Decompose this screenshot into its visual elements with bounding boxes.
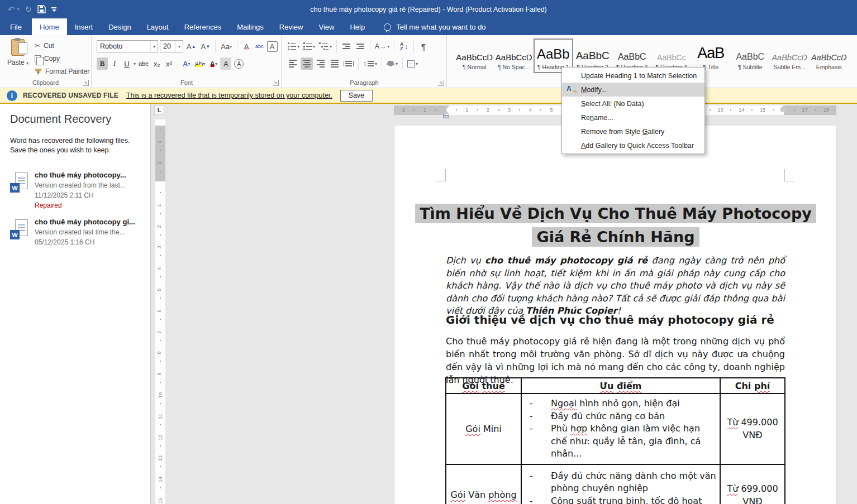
clipboard-dialog-launcher[interactable]: ↘: [83, 80, 89, 86]
align-left-button[interactable]: [287, 57, 299, 70]
customize-quick-access-toolbar-icon[interactable]: [51, 7, 56, 12]
ruler-number: 2: [156, 141, 162, 143]
increase-indent-button[interactable]: [354, 40, 366, 52]
document-page[interactable]: Tìm Hiểu Về Dịch Vụ Cho Thuê Máy Photoco…: [394, 126, 836, 504]
asian-layout-button[interactable]: A↔▾: [374, 40, 391, 52]
bullet-list-button[interactable]: ▾: [287, 40, 301, 52]
underline-button[interactable]: U: [121, 57, 132, 70]
benefits-cell[interactable]: -Đầy đủ chức năng dành cho một văn phòng…: [521, 464, 720, 504]
font-dialog-launcher[interactable]: ↘: [273, 80, 279, 86]
tab-mailings[interactable]: Mailings: [229, 18, 272, 35]
strikethrough-button[interactable]: abc: [137, 57, 150, 70]
style-normal[interactable]: AaBbCcD¶ Normal: [455, 39, 494, 73]
character-border-button[interactable]: A: [267, 41, 278, 52]
underline-chevron-icon[interactable]: ▾: [134, 61, 136, 66]
tab-home[interactable]: Home: [32, 18, 67, 35]
tab-file[interactable]: File: [0, 18, 32, 35]
menu-item-update[interactable]: Update Heading 1 to Match Selection: [562, 69, 704, 83]
distribute-button[interactable]: [342, 57, 355, 70]
recovery-file-item[interactable]: Wcho thuê máy photocopy gi...Version cre…: [10, 217, 144, 247]
ruler-number: 8: [156, 352, 162, 354]
multilevel-list-button[interactable]: ▾: [318, 40, 333, 52]
tab-view[interactable]: View: [311, 18, 342, 35]
tab-stop-selector[interactable]: L: [154, 105, 164, 115]
tell-me-box[interactable]: Tell me what you want to do: [384, 18, 485, 35]
align-right-button[interactable]: [315, 57, 327, 70]
menu-item-add[interactable]: Add Gallery to Quick Access Toolbar: [562, 138, 704, 152]
phonetic-guide-button[interactable]: abc: [254, 40, 265, 52]
undo-chevron-icon[interactable]: ▾: [17, 7, 20, 12]
redo-icon[interactable]: ↻: [25, 5, 32, 13]
format-painter-button[interactable]: Format Painter: [35, 68, 89, 75]
font-size-chevron-icon[interactable]: ▾: [175, 41, 183, 52]
hanging-indent-marker[interactable]: [442, 111, 449, 114]
tab-references[interactable]: References: [177, 18, 229, 35]
section-heading[interactable]: Giới thiệu về dịch vụ cho thuê máy photo…: [446, 313, 774, 327]
font-name-chevron-icon[interactable]: ▾: [150, 41, 158, 52]
paragraph-dialog-launcher[interactable]: ↘: [438, 80, 444, 86]
menu-item-select[interactable]: Select All: (No Data): [562, 97, 704, 111]
table-header-cell[interactable]: Chi phí: [720, 378, 785, 393]
undo-icon[interactable]: ↶: [8, 5, 15, 13]
style-sample: AaBbCc: [653, 42, 691, 62]
line-spacing-button[interactable]: ↕▾: [362, 57, 378, 70]
superscript-button[interactable]: x²: [164, 57, 175, 70]
font-color-button[interactable]: A▾: [208, 57, 219, 70]
package-cell[interactable]: Gói Văn phòng: [446, 464, 521, 504]
tab-insert[interactable]: Insert: [67, 18, 101, 35]
table-header-cell[interactable]: Ưu điểm: [521, 378, 720, 393]
change-case-button[interactable]: Aa▾: [219, 40, 234, 52]
subscript-button[interactable]: x₂: [151, 57, 163, 70]
first-line-indent-marker[interactable]: [442, 105, 449, 109]
menu-item-rename[interactable]: Rename...: [562, 111, 704, 124]
shading-button[interactable]: ▾: [385, 57, 399, 70]
italic-button[interactable]: I: [109, 57, 120, 70]
menu-item-label: Modify...: [581, 86, 607, 94]
sort-button[interactable]: AZ↓: [398, 40, 410, 52]
benefits-cell[interactable]: -Ngoại hình nhỏ gọn, hiện đại-Đầy đủ chứ…: [521, 393, 720, 464]
decrease-indent-button[interactable]: [340, 40, 353, 52]
save-icon[interactable]: [37, 5, 46, 13]
tab-review[interactable]: Review: [272, 18, 311, 35]
shrink-font-button[interactable]: A▼: [199, 40, 212, 52]
clear-formatting-button[interactable]: A: [241, 40, 252, 52]
character-shading-button[interactable]: A: [220, 57, 231, 70]
enclose-characters-button[interactable]: A: [232, 57, 245, 70]
recovered-file-save-button[interactable]: Save: [340, 90, 373, 102]
justify-button[interactable]: [328, 57, 341, 70]
numbered-list-button[interactable]: ▾: [302, 40, 316, 52]
pricing-table[interactable]: Gói thuêƯu điểmChi phíGói Mini-Ngoại hìn…: [445, 377, 785, 504]
package-cell[interactable]: Gói Mini: [446, 393, 521, 464]
style-emphasis[interactable]: AaBbCcDEmphasis: [810, 39, 849, 73]
style-subtitle[interactable]: AaBbC¶ Subtitle: [731, 39, 770, 73]
show-paragraph-marks-button[interactable]: ¶: [417, 40, 430, 52]
text-highlight-button[interactable]: ab▾: [193, 57, 207, 70]
menu-item-label: Update Heading 1 to Match Selection: [581, 72, 697, 80]
menu-item-modify[interactable]: A✎Modify...: [562, 83, 704, 97]
recovery-file-item[interactable]: Wcho thuê máy photocopy...Version create…: [10, 170, 144, 210]
cost-cell[interactable]: Từ 699.000VNĐ: [720, 464, 785, 504]
tab-layout[interactable]: Layout: [139, 18, 177, 35]
menu-item-remove[interactable]: Remove from Style Gallery: [562, 124, 704, 138]
font-size-combobox[interactable]: 20▾: [160, 40, 183, 52]
intro-paragraph[interactable]: Dịch vụ cho thuê máy photocopy giá rẻ đa…: [446, 255, 785, 318]
tab-help[interactable]: Help: [342, 18, 373, 35]
cost-cell[interactable]: Từ 499.000VNĐ: [720, 393, 785, 464]
table-header-cell[interactable]: Gói thuê: [446, 378, 521, 393]
borders-button[interactable]: ▾: [406, 57, 419, 70]
style-subtle-em[interactable]: AaBbCcDSubtle Em...: [770, 39, 810, 73]
tab-design[interactable]: Design: [101, 18, 139, 35]
left-indent-marker[interactable]: [443, 115, 449, 118]
recovered-file-link[interactable]: This is a recovered file that is tempora…: [126, 92, 332, 99]
text-effects-button[interactable]: A▾: [181, 57, 192, 70]
document-title[interactable]: Tìm Hiểu Về Dịch Vụ Cho Thuê Máy Photoco…: [394, 202, 836, 249]
paste-button[interactable]: Paste ▾: [6, 39, 30, 79]
align-center-button[interactable]: [301, 57, 313, 70]
grow-font-button[interactable]: A▲: [185, 40, 198, 52]
cut-button[interactable]: ✂Cut: [35, 42, 54, 50]
style-no-spac[interactable]: AaBbCcD¶ No Spac...: [494, 39, 534, 73]
font-name-combobox[interactable]: Roboto▾: [97, 40, 158, 52]
bold-button[interactable]: B: [97, 57, 108, 70]
menu-item-label: Rename...: [581, 114, 613, 122]
copy-button[interactable]: Copy: [35, 55, 60, 63]
